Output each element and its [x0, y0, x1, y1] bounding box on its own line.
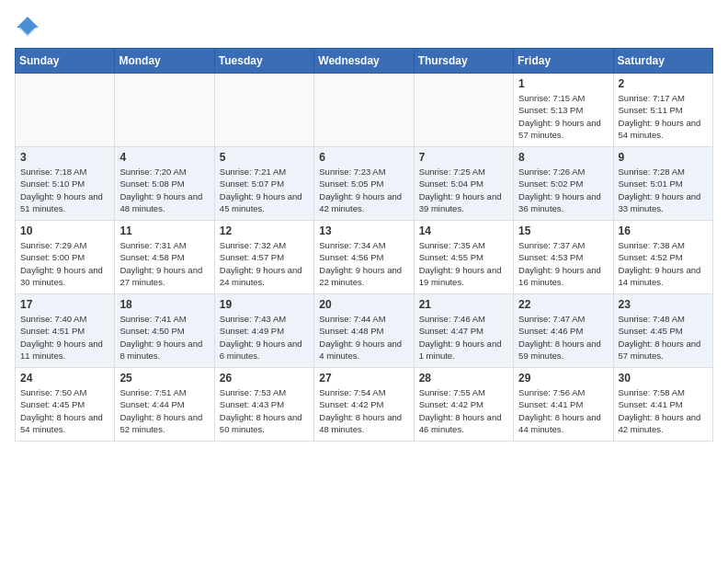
day-info: Sunrise: 7:56 AMSunset: 4:41 PMDaylight:… — [518, 386, 608, 435]
calendar-cell: 1Sunrise: 7:15 AMSunset: 5:13 PMDaylight… — [514, 74, 613, 147]
day-number: 27 — [319, 372, 408, 385]
svg-marker-2 — [17, 17, 39, 35]
day-number: 3 — [20, 151, 109, 164]
col-header-saturday: Saturday — [613, 49, 712, 74]
calendar-cell: 29Sunrise: 7:56 AMSunset: 4:41 PMDayligh… — [514, 368, 613, 442]
col-header-friday: Friday — [514, 49, 613, 74]
col-header-tuesday: Tuesday — [214, 49, 313, 74]
day-number: 20 — [319, 298, 408, 311]
day-info: Sunrise: 7:35 AMSunset: 4:55 PMDaylight:… — [419, 239, 508, 288]
calendar-cell: 9Sunrise: 7:28 AMSunset: 5:01 PMDaylight… — [613, 147, 712, 221]
day-number: 8 — [518, 151, 608, 164]
day-number: 29 — [518, 372, 608, 385]
calendar-week-row: 17Sunrise: 7:40 AMSunset: 4:51 PMDayligh… — [16, 294, 713, 368]
day-number: 7 — [419, 151, 508, 164]
calendar-cell: 26Sunrise: 7:53 AMSunset: 4:43 PMDayligh… — [214, 368, 313, 442]
day-info: Sunrise: 7:47 AMSunset: 4:46 PMDaylight:… — [518, 313, 608, 362]
day-number: 6 — [319, 151, 408, 164]
day-info: Sunrise: 7:20 AMSunset: 5:08 PMDaylight:… — [119, 166, 209, 214]
calendar-cell: 24Sunrise: 7:50 AMSunset: 4:45 PMDayligh… — [16, 368, 115, 442]
day-number: 14 — [419, 224, 508, 237]
calendar-cell: 3Sunrise: 7:18 AMSunset: 5:10 PMDaylight… — [16, 147, 115, 221]
calendar-cell: 7Sunrise: 7:25 AMSunset: 5:04 PMDaylight… — [414, 147, 513, 221]
calendar-cell: 25Sunrise: 7:51 AMSunset: 4:44 PMDayligh… — [115, 368, 214, 442]
day-number: 4 — [119, 151, 209, 164]
logo-icon — [15, 15, 40, 40]
calendar-cell: 20Sunrise: 7:44 AMSunset: 4:48 PMDayligh… — [314, 294, 414, 368]
calendar-cell: 23Sunrise: 7:48 AMSunset: 4:45 PMDayligh… — [613, 294, 712, 368]
calendar-cell: 6Sunrise: 7:23 AMSunset: 5:05 PMDaylight… — [314, 147, 414, 221]
calendar-cell: 12Sunrise: 7:32 AMSunset: 4:57 PMDayligh… — [214, 221, 313, 294]
calendar-cell — [314, 74, 414, 147]
calendar-cell: 18Sunrise: 7:41 AMSunset: 4:50 PMDayligh… — [115, 294, 214, 368]
calendar-cell: 2Sunrise: 7:17 AMSunset: 5:11 PMDaylight… — [613, 74, 712, 147]
day-info: Sunrise: 7:40 AMSunset: 4:51 PMDaylight:… — [20, 313, 109, 362]
day-info: Sunrise: 7:18 AMSunset: 5:10 PMDaylight:… — [20, 166, 109, 214]
day-number: 13 — [319, 224, 408, 237]
calendar-cell — [414, 74, 513, 147]
day-info: Sunrise: 7:31 AMSunset: 4:58 PMDaylight:… — [119, 239, 209, 288]
day-number: 1 — [518, 77, 608, 90]
calendar-cell: 4Sunrise: 7:20 AMSunset: 5:08 PMDaylight… — [115, 147, 214, 221]
day-number: 5 — [220, 151, 309, 164]
calendar-cell: 5Sunrise: 7:21 AMSunset: 5:07 PMDaylight… — [214, 147, 313, 221]
calendar-cell — [16, 74, 115, 147]
logo — [15, 15, 44, 40]
calendar-week-row: 1Sunrise: 7:15 AMSunset: 5:13 PMDaylight… — [16, 74, 713, 147]
col-header-thursday: Thursday — [414, 49, 513, 74]
day-number: 12 — [220, 224, 309, 237]
calendar-cell: 28Sunrise: 7:55 AMSunset: 4:42 PMDayligh… — [414, 368, 513, 442]
day-info: Sunrise: 7:58 AMSunset: 4:41 PMDaylight:… — [619, 386, 708, 435]
day-number: 21 — [419, 298, 508, 311]
day-number: 22 — [518, 298, 608, 311]
page-header — [15, 15, 713, 40]
day-info: Sunrise: 7:41 AMSunset: 4:50 PMDaylight:… — [119, 313, 209, 362]
day-info: Sunrise: 7:28 AMSunset: 5:01 PMDaylight:… — [619, 166, 708, 214]
day-info: Sunrise: 7:32 AMSunset: 4:57 PMDaylight:… — [220, 239, 309, 288]
day-info: Sunrise: 7:43 AMSunset: 4:49 PMDaylight:… — [220, 313, 309, 362]
day-number: 23 — [619, 298, 708, 311]
day-number: 19 — [220, 298, 309, 311]
calendar-cell: 11Sunrise: 7:31 AMSunset: 4:58 PMDayligh… — [115, 221, 214, 294]
calendar-cell: 22Sunrise: 7:47 AMSunset: 4:46 PMDayligh… — [514, 294, 613, 368]
day-number: 30 — [619, 372, 708, 385]
day-info: Sunrise: 7:50 AMSunset: 4:45 PMDaylight:… — [20, 386, 109, 435]
day-number: 11 — [119, 224, 209, 237]
calendar-cell: 14Sunrise: 7:35 AMSunset: 4:55 PMDayligh… — [414, 221, 513, 294]
day-info: Sunrise: 7:38 AMSunset: 4:52 PMDaylight:… — [619, 239, 708, 288]
calendar-cell: 13Sunrise: 7:34 AMSunset: 4:56 PMDayligh… — [314, 221, 414, 294]
calendar-cell: 15Sunrise: 7:37 AMSunset: 4:53 PMDayligh… — [514, 221, 613, 294]
calendar-cell — [214, 74, 313, 147]
day-number: 10 — [20, 224, 109, 237]
day-number: 26 — [220, 372, 309, 385]
day-info: Sunrise: 7:21 AMSunset: 5:07 PMDaylight:… — [220, 166, 309, 214]
day-info: Sunrise: 7:15 AMSunset: 5:13 PMDaylight:… — [518, 92, 608, 141]
calendar-week-row: 3Sunrise: 7:18 AMSunset: 5:10 PMDaylight… — [16, 147, 713, 221]
day-info: Sunrise: 7:51 AMSunset: 4:44 PMDaylight:… — [119, 386, 209, 435]
calendar-header-row: SundayMondayTuesdayWednesdayThursdayFrid… — [16, 49, 713, 74]
calendar-cell: 16Sunrise: 7:38 AMSunset: 4:52 PMDayligh… — [613, 221, 712, 294]
day-number: 16 — [619, 224, 708, 237]
calendar-cell: 21Sunrise: 7:46 AMSunset: 4:47 PMDayligh… — [414, 294, 513, 368]
col-header-monday: Monday — [115, 49, 214, 74]
day-info: Sunrise: 7:23 AMSunset: 5:05 PMDaylight:… — [319, 166, 408, 214]
calendar-cell: 17Sunrise: 7:40 AMSunset: 4:51 PMDayligh… — [16, 294, 115, 368]
calendar-cell: 30Sunrise: 7:58 AMSunset: 4:41 PMDayligh… — [613, 368, 712, 442]
day-info: Sunrise: 7:44 AMSunset: 4:48 PMDaylight:… — [319, 313, 408, 362]
calendar-week-row: 24Sunrise: 7:50 AMSunset: 4:45 PMDayligh… — [16, 368, 713, 442]
day-info: Sunrise: 7:34 AMSunset: 4:56 PMDaylight:… — [319, 239, 408, 288]
col-header-wednesday: Wednesday — [314, 49, 414, 74]
calendar-cell: 19Sunrise: 7:43 AMSunset: 4:49 PMDayligh… — [214, 294, 313, 368]
calendar-week-row: 10Sunrise: 7:29 AMSunset: 5:00 PMDayligh… — [16, 221, 713, 294]
day-info: Sunrise: 7:46 AMSunset: 4:47 PMDaylight:… — [419, 313, 508, 362]
day-info: Sunrise: 7:54 AMSunset: 4:42 PMDaylight:… — [319, 386, 408, 435]
calendar-cell: 10Sunrise: 7:29 AMSunset: 5:00 PMDayligh… — [16, 221, 115, 294]
day-number: 17 — [20, 298, 109, 311]
day-info: Sunrise: 7:53 AMSunset: 4:43 PMDaylight:… — [220, 386, 309, 435]
calendar-cell — [115, 74, 214, 147]
day-number: 25 — [119, 372, 209, 385]
day-info: Sunrise: 7:25 AMSunset: 5:04 PMDaylight:… — [419, 166, 508, 214]
day-number: 15 — [518, 224, 608, 237]
col-header-sunday: Sunday — [16, 49, 115, 74]
day-info: Sunrise: 7:26 AMSunset: 5:02 PMDaylight:… — [518, 166, 608, 214]
